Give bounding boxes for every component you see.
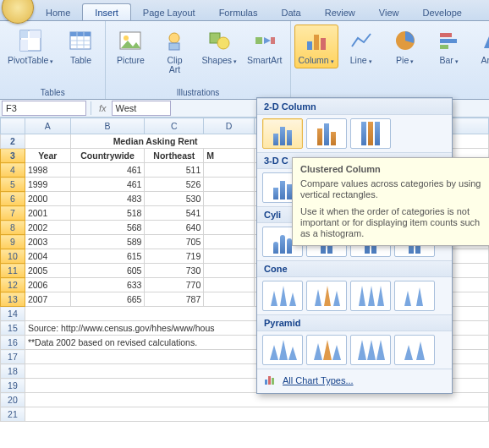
cell[interactable]: 730 [145,264,204,278]
col-header-c[interactable]: C [145,118,204,134]
row-header[interactable]: 2 [1,134,25,149]
cell[interactable]: 1999 [25,178,70,192]
chart-type-cone-3[interactable] [350,281,391,311]
row-header[interactable]: 6 [1,192,25,206]
tab-home[interactable]: Home [34,4,82,20]
chart-type-cone-2[interactable] [306,281,347,311]
cell[interactable] [204,264,255,278]
cell[interactable]: 1998 [25,163,70,178]
cell[interactable] [204,292,255,307]
cell[interactable] [204,178,255,192]
cell[interactable]: 526 [145,178,204,192]
cell[interactable] [204,221,255,235]
chart-type-pyramid-1[interactable] [262,335,303,365]
row-header[interactable]: 4 [1,163,25,178]
cell[interactable]: 2004 [25,249,70,264]
table-button[interactable]: Table [59,25,102,68]
select-all-corner[interactable] [1,118,25,134]
cell[interactable]: 568 [70,221,145,235]
row-header[interactable]: 9 [1,235,25,249]
chart-type-pyramid-4[interactable] [394,335,435,365]
cell[interactable] [204,206,255,221]
cell[interactable]: 511 [145,163,204,178]
cell[interactable]: 2002 [25,221,70,235]
cell[interactable] [204,192,255,206]
chart-type-stacked-column[interactable] [306,118,347,149]
chart-type-cone-1[interactable] [262,281,303,311]
chart-type-clustered-column[interactable] [262,118,303,149]
col-header-b[interactable]: B [70,118,145,134]
row-header[interactable]: 16 [1,336,25,350]
tab-data[interactable]: Data [269,4,312,20]
row-header[interactable]: 18 [1,364,25,379]
line-chart-button[interactable]: Line [340,25,382,68]
row-header[interactable]: 14 [1,307,25,321]
col-header-d[interactable]: D [204,118,255,134]
cell[interactable] [204,235,255,249]
pie-chart-button[interactable]: Pie [384,25,426,68]
cell[interactable]: 530 [145,192,204,206]
cell[interactable]: 770 [145,278,204,292]
fx-icon[interactable]: fx [94,103,112,113]
cell-header-m[interactable]: M [204,149,255,163]
cell[interactable]: 461 [70,163,145,178]
cell[interactable]: 541 [145,206,204,221]
cell-header-year[interactable]: Year [25,149,70,163]
tab-developer[interactable]: Develope [410,4,473,20]
row-header[interactable]: 3 [1,149,25,163]
cell[interactable]: 2003 [25,235,70,249]
cell[interactable]: 787 [145,292,204,307]
clipart-button[interactable]: Clip Art [153,25,195,77]
cell[interactable] [204,278,255,292]
picture-button[interactable]: Picture [109,25,151,68]
smartart-button[interactable]: SmartArt [243,25,286,68]
cell[interactable]: 461 [70,178,145,192]
cell[interactable] [25,134,70,149]
row-header[interactable]: 15 [1,321,25,336]
cell[interactable]: 640 [145,221,204,235]
cell[interactable]: 589 [70,235,145,249]
tab-insert[interactable]: Insert [82,3,131,20]
row-header[interactable]: 19 [1,379,25,393]
cell[interactable] [204,249,255,264]
chart-type-cone-4[interactable] [394,281,435,311]
name-box[interactable]: F3 [2,101,86,116]
row-header[interactable]: 13 [1,292,25,307]
cell[interactable]: 633 [70,278,145,292]
bar-chart-button[interactable]: Bar [428,25,470,68]
cell[interactable] [25,407,488,422]
cell-header-northeast[interactable]: Northeast [145,149,204,163]
row-header[interactable]: 8 [1,221,25,235]
row-header[interactable]: 5 [1,178,25,192]
tab-page-layout[interactable]: Page Layout [131,4,207,20]
row-header[interactable]: 21 [1,407,25,422]
cell[interactable]: 665 [70,292,145,307]
all-chart-types-button[interactable]: All Chart Types... [257,369,452,391]
cell[interactable]: 483 [70,192,145,206]
area-chart-button[interactable]: Area [472,25,489,68]
cell[interactable]: 2007 [25,292,70,307]
cell[interactable]: 2000 [25,192,70,206]
formula-input[interactable]: West [112,101,171,116]
cell[interactable]: 518 [70,206,145,221]
cell-header-countrywide[interactable]: Countrywide [70,149,145,163]
row-header[interactable]: 7 [1,206,25,221]
cell[interactable]: 2005 [25,264,70,278]
row-header[interactable]: 17 [1,350,25,364]
chart-type-pyramid-2[interactable] [306,335,347,365]
cell[interactable]: 2001 [25,206,70,221]
row-header[interactable]: 10 [1,249,25,264]
cell[interactable]: 705 [145,235,204,249]
chart-type-pyramid-3[interactable] [350,335,391,365]
column-chart-button[interactable]: Column [294,25,338,68]
tab-view[interactable]: View [367,4,411,20]
chart-type-100-stacked-column[interactable] [350,118,391,149]
row-header[interactable]: 11 [1,264,25,278]
tab-review[interactable]: Review [313,4,367,20]
row-header[interactable]: 20 [1,393,25,407]
cell[interactable] [204,163,255,178]
tab-formulas[interactable]: Formulas [207,4,270,20]
col-header-a[interactable]: A [25,118,70,134]
shapes-button[interactable]: Shapes [197,25,241,68]
cell[interactable]: 615 [70,249,145,264]
